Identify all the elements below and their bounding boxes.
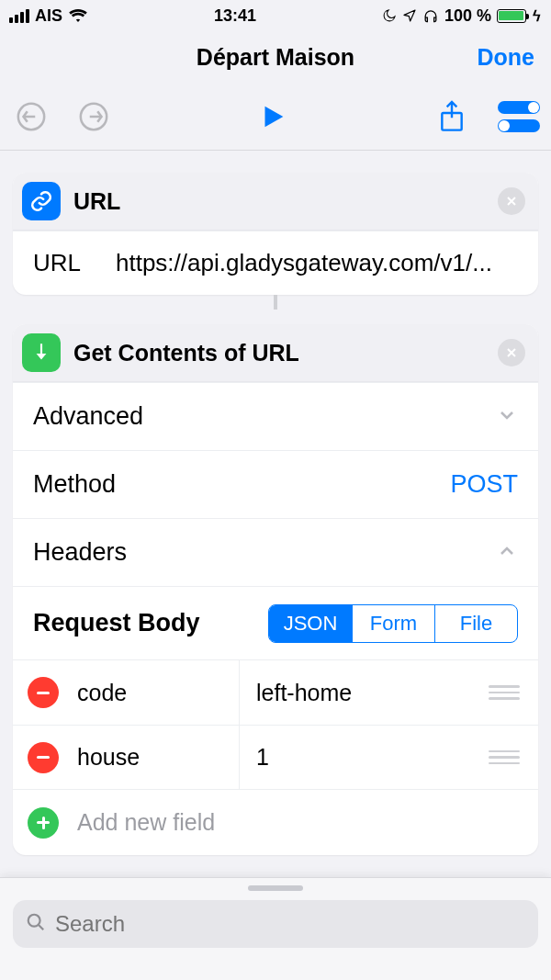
toolbar (0, 83, 551, 151)
remove-field-button[interactable] (28, 677, 59, 708)
reorder-handle[interactable] (483, 685, 525, 700)
headers-label: Headers (33, 538, 127, 567)
search-field[interactable] (13, 900, 538, 948)
sheet-grabber[interactable] (248, 885, 303, 891)
link-icon (22, 182, 61, 220)
reorder-handle[interactable] (483, 750, 525, 765)
status-right: 100 % ϟ (382, 6, 542, 26)
settings-toggle-button[interactable] (498, 100, 540, 133)
undo-button[interactable] (11, 96, 51, 137)
battery-percent: 100 % (444, 6, 491, 26)
redo-button[interactable] (73, 96, 114, 137)
method-value[interactable]: POST (450, 470, 518, 499)
canvas[interactable]: URL URL https://api.gladysgateway.com/v1… (0, 151, 551, 855)
url-field-row[interactable]: URL https://api.gladysgateway.com/v1/... (13, 231, 538, 295)
toggle-icon (498, 101, 540, 114)
field-key[interactable]: house (73, 744, 239, 771)
status-left: AIS (9, 6, 88, 26)
advanced-row[interactable]: Advanced (13, 382, 538, 450)
remove-field-button[interactable] (28, 742, 59, 773)
seg-file[interactable]: File (434, 605, 517, 642)
clock: 13:41 (214, 6, 256, 26)
card-header: Get Contents of URL (13, 324, 538, 382)
seg-form[interactable]: Form (352, 605, 434, 642)
location-icon (402, 8, 417, 23)
wifi-icon (68, 8, 88, 23)
toggle-icon (498, 119, 540, 132)
headphones-icon (422, 8, 439, 23)
carrier-label: AIS (35, 6, 62, 26)
request-body-label: Request Body (33, 609, 200, 637)
do-not-disturb-icon (382, 8, 397, 23)
charging-icon: ϟ (532, 7, 542, 25)
actions-sheet[interactable] (0, 877, 551, 980)
add-icon (28, 807, 59, 839)
status-bar: AIS 13:41 100 % ϟ (0, 0, 551, 31)
url-value[interactable]: https://api.gladysgateway.com/v1/... (116, 249, 492, 277)
card-title: URL (73, 188, 498, 215)
card-header: URL (13, 173, 538, 231)
download-icon (22, 333, 61, 372)
search-icon (26, 912, 46, 936)
run-button[interactable] (253, 96, 293, 137)
delete-action-button[interactable] (498, 339, 525, 366)
connector (274, 295, 277, 310)
add-field-placeholder: Add new field (77, 809, 215, 836)
body-fields: code left-home house 1 Add new field (13, 659, 538, 855)
page-title: Départ Maison (197, 44, 354, 71)
share-button[interactable] (432, 96, 472, 137)
field-key[interactable]: code (73, 680, 239, 706)
delete-action-button[interactable] (498, 187, 525, 215)
seg-json[interactable]: JSON (269, 605, 352, 642)
url-label: URL (33, 249, 116, 277)
headers-row[interactable]: Headers (13, 518, 538, 586)
done-button[interactable]: Done (478, 44, 535, 71)
field-value[interactable]: left-home (240, 680, 483, 706)
chevron-down-icon (496, 404, 518, 430)
advanced-label: Advanced (33, 402, 143, 431)
method-label: Method (33, 470, 116, 499)
request-body-row: Request Body JSON Form File (13, 586, 538, 659)
action-card-url[interactable]: URL URL https://api.gladysgateway.com/v1… (13, 173, 538, 295)
field-row[interactable]: house 1 (13, 725, 538, 789)
svg-point-3 (28, 915, 40, 927)
method-row[interactable]: Method POST (13, 450, 538, 518)
cellular-signal-icon (9, 9, 29, 23)
action-card-get-contents[interactable]: Get Contents of URL Advanced Method POST… (13, 324, 538, 855)
chevron-up-icon (496, 540, 518, 566)
field-row[interactable]: code left-home (13, 660, 538, 725)
card-title: Get Contents of URL (73, 340, 498, 366)
field-value[interactable]: 1 (240, 744, 483, 771)
body-type-segmented-control[interactable]: JSON Form File (268, 604, 518, 643)
nav-header: Départ Maison Done (0, 31, 551, 83)
add-field-row[interactable]: Add new field (13, 789, 538, 855)
battery-icon (497, 9, 526, 23)
search-input[interactable] (55, 911, 525, 937)
